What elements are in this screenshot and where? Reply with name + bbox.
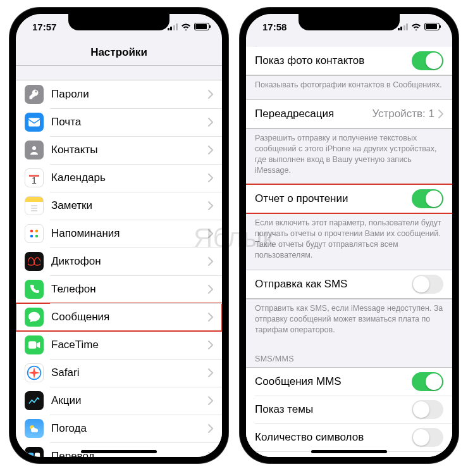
- settings-row-key[interactable]: Пароли: [16, 80, 222, 108]
- settings-row-stocks[interactable]: Акции: [16, 387, 222, 415]
- svg-point-1: [32, 146, 36, 150]
- battery-icon: [194, 23, 209, 30]
- settings-row-messages[interactable]: Сообщения: [16, 303, 222, 331]
- key-icon: [25, 85, 44, 104]
- chevron-right-icon: [208, 90, 213, 99]
- svg-point-8: [35, 235, 39, 238]
- settings-row-contacts[interactable]: Контакты: [16, 136, 222, 164]
- settings-row-facetime[interactable]: FaceTime: [16, 331, 222, 359]
- wifi-icon: [411, 23, 421, 30]
- row-label: FaceTime: [51, 339, 208, 351]
- settings-list[interactable]: ПаролиПочтаКонтакты▬▬1КалендарьЗаметкиНа…: [16, 66, 222, 457]
- row-label: Напоминания: [51, 227, 208, 240]
- row-read-receipts[interactable]: Отчет о прочтении: [246, 185, 452, 213]
- toggle-read-receipts[interactable]: [412, 189, 443, 208]
- voice-memos-icon: [25, 252, 44, 271]
- row-mms-messaging[interactable]: Сообщения MMS: [246, 368, 452, 396]
- stocks-icon: [25, 391, 44, 410]
- svg-rect-13: [28, 453, 34, 457]
- footer-text-forwarding: Разрешить отправку и получение текстовых…: [246, 128, 452, 185]
- chevron-right-icon: [208, 396, 213, 405]
- messages-settings[interactable]: Показ фото контактов Показывать фотограф…: [246, 47, 452, 457]
- header-sms-mms: SMS/MMS: [246, 344, 452, 367]
- toggle-character-count[interactable]: [412, 428, 443, 447]
- contacts-icon: [25, 141, 44, 160]
- wifi-icon: [181, 23, 191, 30]
- weather-icon: [25, 419, 44, 438]
- chevron-right-icon: [208, 452, 213, 457]
- chevron-right-icon: [208, 146, 213, 154]
- safari-icon: [25, 363, 44, 382]
- row-show-subject[interactable]: Показ темы: [246, 396, 452, 423]
- settings-row-safari[interactable]: Safari: [16, 359, 222, 387]
- settings-row-reminders[interactable]: Напоминания: [16, 220, 222, 247]
- cellular-signal-icon: [398, 23, 409, 30]
- home-indicator[interactable]: [81, 450, 157, 453]
- status-time: 17:58: [262, 22, 286, 32]
- row-label: Контакты: [51, 144, 208, 156]
- chevron-right-icon: [208, 173, 213, 182]
- row-character-count[interactable]: Количество символов: [246, 423, 452, 451]
- svg-point-6: [35, 230, 39, 233]
- settings-row-phone[interactable]: Телефон: [16, 275, 222, 303]
- svg-point-7: [30, 235, 34, 238]
- row-label: Акции: [51, 394, 208, 407]
- footer-send-as-sms: Отправить как SMS, если iMessage недосту…: [246, 299, 452, 344]
- svg-rect-9: [28, 341, 37, 349]
- row-show-contact-photos[interactable]: Показ фото контактов: [246, 47, 452, 75]
- chevron-right-icon: [438, 110, 443, 118]
- notch: [299, 14, 400, 30]
- phone-right: 17:58 Настройки Сообщения: [240, 8, 459, 463]
- row-label: Телефон: [51, 283, 208, 296]
- nav-bar: Настройки: [16, 39, 222, 66]
- settings-row-notes[interactable]: Заметки: [16, 192, 222, 220]
- footer-show-contact-photos: Показывать фотографии контактов в Сообще…: [246, 75, 452, 99]
- row-label: Пароли: [51, 88, 208, 101]
- svg-rect-0: [28, 118, 40, 127]
- chevron-right-icon: [208, 313, 213, 322]
- calendar-icon: ▬▬1: [25, 168, 44, 187]
- reminders-icon: [25, 224, 44, 243]
- row-label: Диктофон: [51, 255, 208, 268]
- row-label: Заметки: [51, 199, 208, 212]
- chevron-right-icon: [208, 368, 213, 377]
- row-label: Почта: [51, 116, 208, 128]
- chevron-right-icon: [208, 285, 213, 294]
- toggle-send-as-sms[interactable]: [412, 275, 443, 294]
- row-label: Календарь: [51, 172, 208, 184]
- translate-icon: [25, 447, 44, 457]
- settings-row-voice-memos[interactable]: Диктофон: [16, 247, 222, 275]
- chevron-right-icon: [208, 229, 213, 238]
- row-label: Сообщения: [51, 311, 208, 323]
- phone-icon: [25, 280, 44, 299]
- chevron-right-icon: [208, 257, 213, 266]
- facetime-icon: [25, 335, 44, 354]
- toggle-show-subject[interactable]: [412, 400, 443, 419]
- toggle-mms[interactable]: [412, 372, 443, 391]
- row-send-as-sms[interactable]: Отправка как SMS: [246, 270, 452, 298]
- row-label: Погода: [51, 422, 208, 435]
- cellular-signal-icon: [168, 23, 178, 30]
- battery-icon: [424, 23, 440, 30]
- svg-point-5: [30, 230, 34, 233]
- chevron-right-icon: [208, 424, 213, 433]
- chevron-right-icon: [208, 118, 213, 127]
- settings-row-mail[interactable]: Почта: [16, 108, 222, 136]
- toggle-show-contact-photos[interactable]: [412, 51, 443, 70]
- status-time: 17:57: [32, 22, 56, 32]
- notch: [68, 14, 169, 30]
- settings-row-calendar[interactable]: ▬▬1Календарь: [16, 164, 222, 192]
- mail-icon: [25, 113, 44, 132]
- chevron-right-icon: [208, 201, 213, 210]
- row-text-forwarding[interactable]: Переадресация Устройств: 1: [246, 100, 452, 128]
- row-label: Safari: [51, 366, 208, 379]
- chevron-right-icon: [208, 341, 213, 349]
- notes-icon: [25, 196, 44, 215]
- page-title: Настройки: [90, 46, 147, 59]
- messages-icon: [25, 308, 44, 327]
- footer-read-receipts: Если включить этот параметр, пользовател…: [246, 213, 452, 270]
- home-indicator[interactable]: [311, 450, 387, 453]
- svg-rect-14: [35, 453, 40, 457]
- settings-row-weather[interactable]: Погода: [16, 415, 222, 442]
- phone-left: 17:57 Настройки ПаролиПочтаКонтакты▬▬1Ка…: [9, 8, 228, 463]
